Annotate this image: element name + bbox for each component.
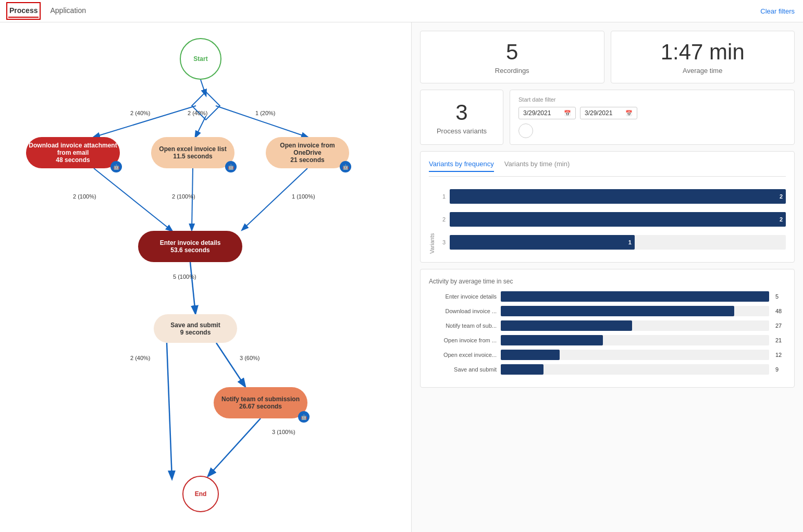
edge-label-save-notify: 3 (60%) bbox=[240, 355, 260, 361]
bar-fill-2: 2 bbox=[450, 212, 786, 227]
mid-row: 3 Process variants Start date filter 3/2… bbox=[420, 90, 795, 145]
activity-chart-card: Activity by average time in sec Enter in… bbox=[420, 269, 795, 388]
activity-track-2 bbox=[501, 306, 769, 316]
excel-node: Open excel invoice list 11.5 seconds bbox=[151, 137, 234, 168]
date-inputs: 3/29/2021 📅 3/29/2021 📅 bbox=[518, 107, 786, 119]
avg-time-card: 1:47 min Average time bbox=[611, 31, 795, 83]
edge-label-enter-save: 5 (100%) bbox=[173, 274, 196, 280]
bar-row-3: 3 1 bbox=[437, 235, 786, 250]
date-from-value: 3/29/2021 bbox=[523, 109, 551, 117]
activity-row-5: Open excel invoice... 12 bbox=[429, 350, 786, 360]
bar-value-1: 2 bbox=[780, 193, 783, 200]
save-node: Save and submit 9 seconds bbox=[154, 314, 237, 343]
end-node: End bbox=[182, 476, 219, 512]
onedrive-node: Open invoice from OneDrive 21 seconds bbox=[266, 137, 349, 168]
edge-label-e-enter: 2 (100%) bbox=[172, 193, 195, 200]
activity-row-3: Notify team of sub... 27 bbox=[429, 320, 786, 331]
flow-diagram: Start 2 (40%) 2 (40%) 1 (20%) Download i… bbox=[10, 33, 401, 528]
activity-label-1: Enter invoice details bbox=[429, 293, 497, 300]
tab-variants-frequency[interactable]: Variants by frequency bbox=[429, 160, 494, 172]
activity-value-2: 48 bbox=[775, 308, 786, 314]
activity-label-4: Open invoice from ... bbox=[429, 337, 497, 343]
svg-line-10 bbox=[208, 418, 261, 476]
date-to-input[interactable]: 3/29/2021 📅 bbox=[580, 107, 637, 119]
activity-track-3 bbox=[501, 320, 769, 331]
activity-label-5: Open excel invoice... bbox=[429, 352, 497, 358]
activity-fill-4 bbox=[501, 335, 603, 345]
tab-process[interactable]: Process bbox=[8, 4, 39, 18]
svg-line-4 bbox=[94, 168, 172, 231]
svg-line-9 bbox=[167, 343, 172, 478]
edge-label-o-enter: 1 (100%) bbox=[292, 193, 315, 200]
activity-track-6 bbox=[501, 364, 769, 375]
bar-track-3: 1 bbox=[450, 235, 786, 250]
svg-line-7 bbox=[190, 262, 195, 313]
date-filter-label: Start date filter bbox=[518, 96, 786, 103]
activity-fill-2 bbox=[501, 306, 734, 316]
activity-track-1 bbox=[501, 291, 769, 302]
excel-bot-icon: 🤖 bbox=[225, 161, 237, 172]
edge-label-notify-end: 3 (100%) bbox=[272, 429, 295, 435]
bar-value-3: 1 bbox=[628, 239, 632, 245]
enter-node: Enter invoice details 53.6 seconds bbox=[138, 231, 242, 262]
recordings-label: Recordings bbox=[431, 67, 594, 75]
onedrive-bot-icon: 🤖 bbox=[340, 161, 351, 172]
activity-value-4: 21 bbox=[775, 337, 786, 343]
recordings-value: 5 bbox=[431, 40, 594, 65]
tab-application[interactable]: Application bbox=[49, 4, 87, 18]
variants-chart-card: Variants by frequency Variants by time (… bbox=[420, 151, 795, 263]
nav-tabs: Process Application bbox=[8, 4, 87, 18]
activity-row-2: Download invoice ... 48 bbox=[429, 306, 786, 316]
activity-fill-3 bbox=[501, 320, 632, 331]
flow-panel: Start 2 (40%) 2 (40%) 1 (20%) Download i… bbox=[0, 22, 412, 532]
variants-label: Process variants bbox=[437, 127, 487, 135]
edge-label-onedrive: 1 (20%) bbox=[255, 110, 276, 116]
clear-filters-button[interactable]: Clear filters bbox=[760, 7, 795, 15]
recordings-card: 5 Recordings bbox=[420, 31, 604, 83]
activity-fill-5 bbox=[501, 350, 560, 360]
avg-time-label: Average time bbox=[622, 67, 784, 75]
activity-fill-6 bbox=[501, 364, 543, 375]
process-variants-card: 3 Process variants bbox=[420, 90, 503, 145]
calendar-to-icon: 📅 bbox=[625, 110, 633, 117]
download-bot-icon: 🤖 bbox=[110, 161, 122, 172]
bar-fill-1: 2 bbox=[450, 189, 786, 204]
activity-label-2: Download invoice ... bbox=[429, 308, 497, 314]
bar-row-1: 1 2 bbox=[437, 189, 786, 204]
activity-value-6: 9 bbox=[775, 366, 786, 373]
tab-variants-time[interactable]: Variants by time (min) bbox=[504, 160, 570, 172]
bar-track-1: 2 bbox=[450, 189, 786, 204]
calendar-from-icon: 📅 bbox=[564, 110, 571, 117]
top-nav: Process Application Clear filters bbox=[0, 0, 803, 22]
activity-label-6: Save and submit bbox=[429, 366, 497, 373]
bar-chart-container: Variants 1 2 2 2 bbox=[429, 185, 786, 254]
activity-value-3: 27 bbox=[775, 323, 786, 329]
notify-bot-icon: 🤖 bbox=[298, 411, 310, 423]
y-axis-label: Variants bbox=[429, 185, 435, 254]
bar-row-2: 2 2 bbox=[437, 212, 786, 227]
variants-bar-chart: 1 2 2 2 bbox=[437, 185, 786, 254]
stats-row: 5 Recordings 1:47 min Average time bbox=[420, 31, 795, 83]
start-node: Start bbox=[180, 38, 221, 80]
variants-value: 3 bbox=[455, 100, 467, 125]
activity-value-5: 12 bbox=[775, 352, 786, 358]
bar-label-3: 3 bbox=[437, 239, 446, 245]
bar-track-2: 2 bbox=[450, 212, 786, 227]
activity-label-3: Notify team of sub... bbox=[429, 323, 497, 329]
right-panel: 5 Recordings 1:47 min Average time 3 Pro… bbox=[412, 22, 803, 532]
avg-time-value: 1:47 min bbox=[622, 40, 784, 65]
bar-value-2: 2 bbox=[780, 216, 783, 222]
activity-row-1: Enter invoice details 5 bbox=[429, 291, 786, 302]
notify-node: Notify team of submission 26.67 seconds bbox=[214, 387, 307, 418]
main-layout: Start 2 (40%) 2 (40%) 1 (20%) Download i… bbox=[0, 22, 803, 532]
bar-label-1: 1 bbox=[437, 193, 446, 200]
bar-fill-3: 1 bbox=[450, 235, 635, 250]
date-to-value: 3/29/2021 bbox=[585, 109, 612, 117]
activity-row-6: Save and submit 9 bbox=[429, 364, 786, 375]
activity-value-1: 5 bbox=[775, 293, 786, 300]
activity-row-4: Open invoice from ... 21 bbox=[429, 335, 786, 345]
activity-track-4 bbox=[501, 335, 769, 345]
date-filter-apply-button[interactable] bbox=[518, 123, 533, 138]
date-from-input[interactable]: 3/29/2021 📅 bbox=[518, 107, 576, 119]
edge-label-excel: 2 (40%) bbox=[188, 110, 208, 116]
